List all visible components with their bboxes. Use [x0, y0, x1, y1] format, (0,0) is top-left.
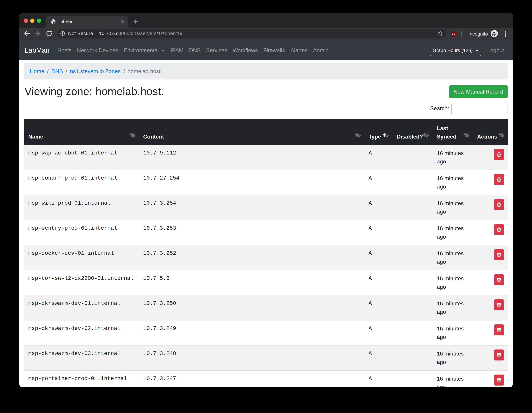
svg-text:uO: uO — [452, 32, 456, 35]
